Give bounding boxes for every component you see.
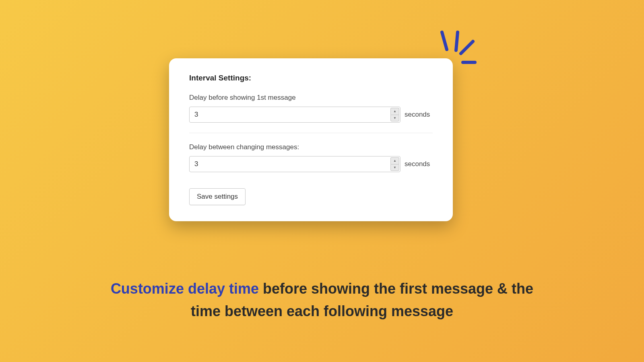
field-label: Delay between changing messages: xyxy=(189,143,433,151)
save-settings-button[interactable]: Save settings xyxy=(189,188,246,205)
stepper-up-button[interactable]: ▲ xyxy=(390,108,399,115)
delay-between-messages-field: Delay between changing messages: ▲ ▼ sec… xyxy=(189,143,433,182)
stepper-up-button[interactable]: ▲ xyxy=(390,157,399,164)
caption-text: Customize delay time before showing the … xyxy=(0,278,644,323)
field-label: Delay before showing 1st message xyxy=(189,94,433,102)
unit-label: seconds xyxy=(405,111,430,119)
settings-card: Interval Settings: Delay before showing … xyxy=(169,58,453,221)
delay-first-message-field: Delay before showing 1st message ▲ ▼ sec… xyxy=(189,94,433,133)
stepper-buttons: ▲ ▼ xyxy=(390,108,399,121)
caption-highlight: Customize delay time xyxy=(111,280,259,297)
stepper-down-button[interactable]: ▼ xyxy=(390,164,399,171)
stepper-down-button[interactable]: ▼ xyxy=(390,115,399,122)
stepper-buttons: ▲ ▼ xyxy=(390,157,399,171)
section-title: Interval Settings: xyxy=(189,74,433,82)
delay-first-input[interactable] xyxy=(189,107,400,123)
stepper-wrap: ▲ ▼ xyxy=(189,107,400,123)
delay-between-input[interactable] xyxy=(189,156,400,172)
input-row: ▲ ▼ seconds xyxy=(189,107,433,123)
stepper-wrap: ▲ ▼ xyxy=(189,156,400,172)
input-row: ▲ ▼ seconds xyxy=(189,156,433,172)
unit-label: seconds xyxy=(405,160,430,168)
